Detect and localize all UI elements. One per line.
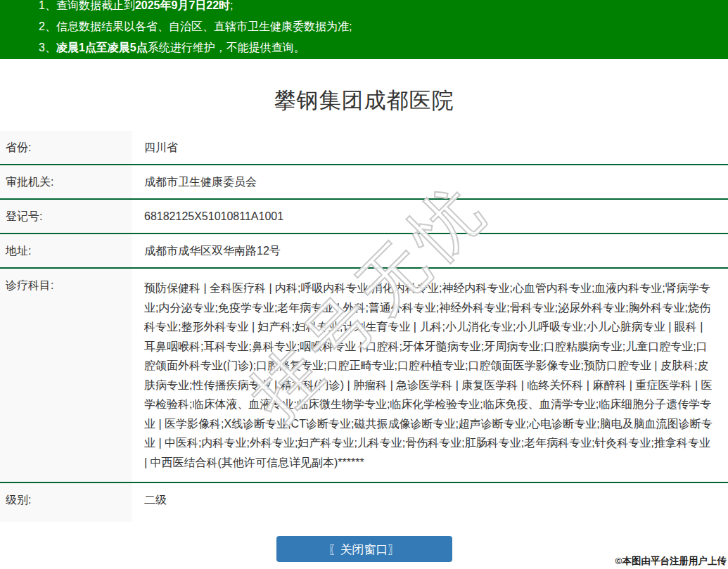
notice-2-text: 信息数据结果以各省、自治区、直辖市卫生健康委数据为准; (56, 20, 352, 32)
notice-3-number: 3、 (39, 41, 56, 53)
hospital-info-table: 省份: 四川省 审批机关: 成都市卫生健康委员会 登记号: 68182125X5… (0, 131, 728, 522)
notice-line-1: 1、查询数据截止到2025年9月7日22时; (39, 0, 728, 16)
row-value-address: 成都市成华区双华南路12号 (132, 234, 728, 267)
row-value-registration-number: 68182125X51010811A1001 (132, 200, 728, 233)
notice-1-bold-text: 2025年9月7日22时 (135, 0, 230, 11)
partial-row-label-cell (0, 516, 132, 522)
table-row-registration-number: 登记号: 68182125X51010811A1001 (0, 198, 728, 233)
table-row-approval-authority: 审批机关: 成都市卫生健康委员会 (0, 164, 728, 198)
notice-1-suffix: ; (230, 0, 233, 11)
notice-2-number: 2、 (39, 20, 56, 32)
partial-row-value-cell (132, 516, 728, 522)
notice-3-suffix: 系统进行维护，不能提供查询。 (148, 41, 305, 53)
table-row-partial (0, 516, 728, 522)
row-value-province: 四川省 (132, 131, 728, 164)
notice-line-3: 3、凌晨1点至凌晨5点系统进行维护，不能提供查询。 (39, 37, 728, 58)
row-label-level: 级别: (0, 483, 132, 516)
table-row-province: 省份: 四川省 (0, 131, 728, 164)
row-value-departments: 预防保健科 | 全科医疗科 | 内科;呼吸内科专业;消化内科专业;神经内科专业;… (132, 269, 728, 482)
notice-line-2: 2、信息数据结果以各省、自治区、直辖市卫生健康委数据为准; (39, 16, 728, 37)
footer-stamp: ©本图由平台注册用户上传 (615, 555, 727, 568)
notice-banner: 1、查询数据截止到2025年9月7日22时; 2、信息数据结果以各省、自治区、直… (0, 0, 728, 59)
notice-3-bold-text: 凌晨1点至凌晨5点 (56, 41, 148, 53)
row-value-approval-authority: 成都市卫生健康委员会 (132, 165, 728, 198)
notice-1-number: 1、 (39, 0, 56, 11)
row-label-province: 省份: (0, 131, 132, 164)
row-value-level: 二级 (132, 483, 728, 516)
page-title: 攀钢集团成都医院 (0, 86, 728, 115)
table-row-address: 地址: 成都市成华区双华南路12号 (0, 233, 728, 267)
row-label-address: 地址: (0, 234, 132, 267)
notice-list: 1、查询数据截止到2025年9月7日22时; 2、信息数据结果以各省、自治区、直… (0, 0, 728, 58)
table-row-level: 级别: 二级 (0, 482, 728, 516)
row-label-approval-authority: 审批机关: (0, 165, 132, 198)
table-row-departments: 诊疗科目: 预防保健科 | 全科医疗科 | 内科;呼吸内科专业;消化内科专业;神… (0, 267, 728, 482)
row-label-registration-number: 登记号: (0, 200, 132, 233)
row-label-departments: 诊疗科目: (0, 269, 132, 482)
notice-1-text: 查询数据截止到 (56, 0, 135, 11)
close-window-button[interactable]: 〖关闭窗口〗 (276, 536, 452, 562)
